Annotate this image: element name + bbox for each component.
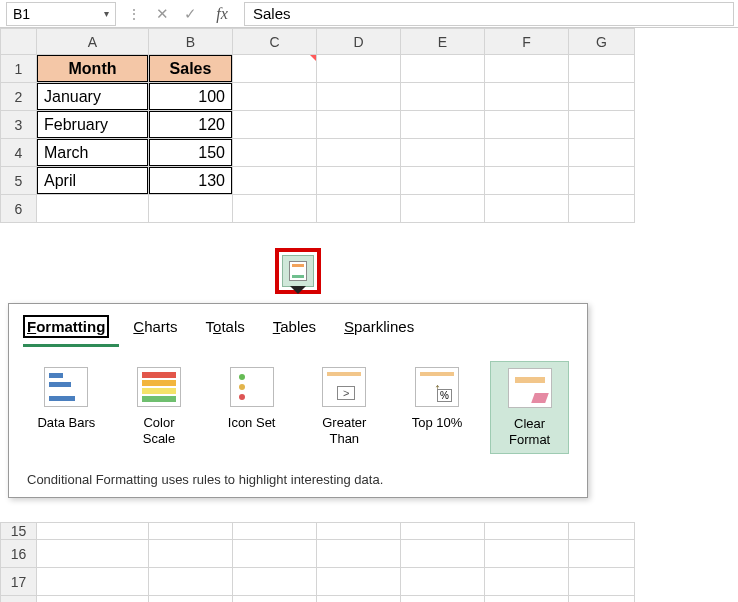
cell[interactable]: 120 [149,111,233,139]
cell[interactable] [317,111,401,139]
cell[interactable] [569,167,635,195]
cell[interactable] [485,596,569,603]
cell[interactable] [149,568,233,596]
chevron-down-icon[interactable]: ▾ [104,8,109,19]
cell[interactable] [317,55,401,83]
cell[interactable]: 150 [149,139,233,167]
cell[interactable] [569,596,635,603]
cell[interactable] [401,83,485,111]
cell[interactable] [233,167,317,195]
cell[interactable] [317,596,401,603]
option-icon-set[interactable]: Icon Set [212,361,291,454]
cell[interactable] [485,540,569,568]
cell[interactable] [485,55,569,83]
cell[interactable]: Month [37,55,149,83]
option-top-10[interactable]: ↑% Top 10% [398,361,477,454]
cell[interactable] [149,540,233,568]
confirm-icon[interactable]: ✓ [180,5,200,23]
tab-totals[interactable]: Totals [206,318,245,335]
row-header[interactable]: 5 [1,167,37,195]
row-header[interactable]: 1 [1,55,37,83]
row-header[interactable]: 6 [1,195,37,223]
cell[interactable] [485,167,569,195]
cell[interactable] [37,195,149,223]
cell[interactable]: 100 [149,83,233,111]
row-header[interactable]: 17 [1,568,37,596]
col-header[interactable]: G [569,29,635,55]
cell[interactable] [317,167,401,195]
cell[interactable] [485,523,569,540]
col-header[interactable]: A [37,29,149,55]
col-header[interactable]: E [401,29,485,55]
cell[interactable] [37,523,149,540]
cell[interactable] [37,568,149,596]
col-header[interactable]: B [149,29,233,55]
cell[interactable] [485,111,569,139]
col-header[interactable]: D [317,29,401,55]
cell[interactable] [233,596,317,603]
cell[interactable] [149,523,233,540]
select-all-corner[interactable] [1,29,37,55]
cell[interactable] [401,195,485,223]
cell[interactable] [401,55,485,83]
cell[interactable] [569,83,635,111]
cell[interactable] [317,195,401,223]
option-color-scale[interactable]: ColorScale [120,361,199,454]
col-header[interactable]: C [233,29,317,55]
tab-sparklines[interactable]: Sparklines [344,318,414,335]
cell[interactable] [37,540,149,568]
cell[interactable] [569,195,635,223]
cell[interactable] [401,596,485,603]
sheet-table[interactable]: A B C D E F G 1 Month Sales 2 January 10… [0,28,635,223]
option-data-bars[interactable]: Data Bars [27,361,106,454]
cell[interactable]: March [37,139,149,167]
cell[interactable] [37,596,149,603]
cell[interactable] [485,568,569,596]
cell[interactable] [485,139,569,167]
row-header[interactable]: 4 [1,139,37,167]
col-header[interactable]: F [485,29,569,55]
row-header[interactable]: 3 [1,111,37,139]
cell[interactable] [233,523,317,540]
cell[interactable]: April [37,167,149,195]
cell[interactable] [569,523,635,540]
cell[interactable] [317,139,401,167]
cell[interactable] [317,540,401,568]
cell[interactable] [569,139,635,167]
cell[interactable] [233,55,317,83]
cell[interactable] [401,111,485,139]
row-header[interactable]: 16 [1,540,37,568]
cell[interactable] [233,540,317,568]
cell[interactable] [485,195,569,223]
row-header[interactable]: 2 [1,83,37,111]
formula-input[interactable]: Sales [244,2,734,26]
cell[interactable] [233,139,317,167]
tab-charts[interactable]: Charts [133,318,177,335]
sheet-table-lower[interactable]: 15 16 17 18 [0,522,635,602]
cancel-icon[interactable]: ✕ [152,5,172,23]
cell[interactable] [569,111,635,139]
name-box[interactable]: B1 ▾ [6,2,116,26]
cell[interactable]: 130 [149,167,233,195]
row-header[interactable]: 15 [1,523,37,540]
cell[interactable] [233,83,317,111]
cell[interactable] [401,167,485,195]
cell[interactable] [233,195,317,223]
cell[interactable] [569,568,635,596]
cell[interactable] [401,540,485,568]
option-clear-format[interactable]: ClearFormat [490,361,569,454]
tab-tables[interactable]: Tables [273,318,316,335]
cell[interactable]: February [37,111,149,139]
option-greater-than[interactable]: > GreaterThan [305,361,384,454]
cell[interactable] [317,523,401,540]
cell[interactable] [401,139,485,167]
cell[interactable] [233,568,317,596]
cell[interactable] [317,83,401,111]
cell[interactable] [401,568,485,596]
cell[interactable] [233,111,317,139]
quick-analysis-button[interactable] [282,255,314,287]
cell[interactable] [149,195,233,223]
tab-formatting[interactable]: Formatting [27,318,105,335]
cell[interactable]: Sales [149,55,233,83]
cell[interactable] [569,55,635,83]
